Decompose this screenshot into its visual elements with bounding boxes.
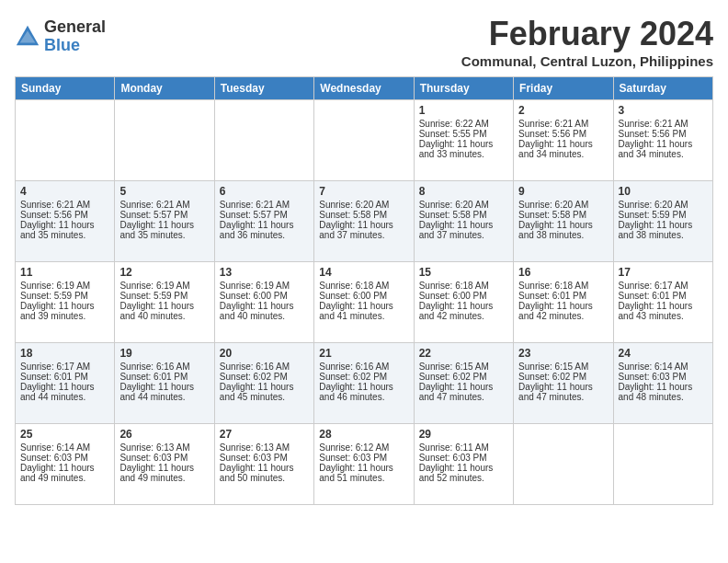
daylight-text: Daylight: 11 hours and 41 minutes. xyxy=(319,301,408,321)
week-row-1: 1Sunrise: 6:22 AMSunset: 5:55 PMDaylight… xyxy=(16,100,713,181)
sunrise-text: Sunrise: 6:12 AM xyxy=(319,442,408,453)
header-thursday: Thursday xyxy=(414,77,513,100)
day-number: 26 xyxy=(119,428,209,441)
calendar-cell: 23Sunrise: 6:15 AMSunset: 6:02 PMDayligh… xyxy=(514,343,613,424)
day-number: 6 xyxy=(220,185,309,198)
week-row-2: 4Sunrise: 6:21 AMSunset: 5:56 PMDaylight… xyxy=(16,181,713,262)
day-number: 18 xyxy=(20,347,109,360)
calendar-cell: 17Sunrise: 6:17 AMSunset: 6:01 PMDayligh… xyxy=(613,262,712,343)
day-number: 9 xyxy=(518,185,608,198)
calendar-cell xyxy=(314,100,414,181)
calendar-cell: 28Sunrise: 6:12 AMSunset: 6:03 PMDayligh… xyxy=(314,424,414,505)
logo-icon xyxy=(15,24,40,50)
sunset-text: Sunset: 5:59 PM xyxy=(20,291,109,301)
sunrise-text: Sunrise: 6:15 AM xyxy=(518,362,608,372)
daylight-text: Daylight: 11 hours and 51 minutes. xyxy=(319,463,408,483)
day-number: 28 xyxy=(319,428,408,441)
day-number: 2 xyxy=(518,104,608,117)
sunrise-text: Sunrise: 6:20 AM xyxy=(619,200,708,210)
sunset-text: Sunset: 6:03 PM xyxy=(119,453,209,463)
day-number: 3 xyxy=(619,104,708,117)
month-title: February 2024 xyxy=(461,15,713,53)
daylight-text: Daylight: 11 hours and 43 minutes. xyxy=(619,301,708,321)
sunrise-text: Sunrise: 6:14 AM xyxy=(20,442,109,453)
daylight-text: Daylight: 11 hours and 49 minutes. xyxy=(20,463,109,483)
calendar-cell: 12Sunrise: 6:19 AMSunset: 5:59 PMDayligh… xyxy=(115,262,214,343)
calendar-cell: 5Sunrise: 6:21 AMSunset: 5:57 PMDaylight… xyxy=(115,181,214,262)
daylight-text: Daylight: 11 hours and 47 minutes. xyxy=(419,382,508,402)
header-tuesday: Tuesday xyxy=(214,77,313,100)
sunrise-text: Sunrise: 6:19 AM xyxy=(20,281,109,291)
calendar-cell: 14Sunrise: 6:18 AMSunset: 6:00 PMDayligh… xyxy=(314,262,414,343)
day-number: 8 xyxy=(419,185,508,198)
sunrise-text: Sunrise: 6:17 AM xyxy=(20,362,109,372)
sunset-text: Sunset: 6:00 PM xyxy=(419,291,508,301)
sunrise-text: Sunrise: 6:11 AM xyxy=(419,442,508,453)
daylight-text: Daylight: 11 hours and 34 minutes. xyxy=(619,139,708,159)
sunrise-text: Sunrise: 6:21 AM xyxy=(20,200,109,210)
calendar-cell xyxy=(514,424,613,505)
sunrise-text: Sunrise: 6:18 AM xyxy=(319,281,408,291)
sunrise-text: Sunrise: 6:21 AM xyxy=(619,119,708,129)
calendar-cell: 11Sunrise: 6:19 AMSunset: 5:59 PMDayligh… xyxy=(16,262,115,343)
header-sunday: Sunday xyxy=(16,77,115,100)
title-section: February 2024 Communal, Central Luzon, P… xyxy=(461,15,713,69)
sunrise-text: Sunrise: 6:21 AM xyxy=(220,200,309,210)
daylight-text: Daylight: 11 hours and 40 minutes. xyxy=(119,301,209,321)
calendar-body: 1Sunrise: 6:22 AMSunset: 5:55 PMDaylight… xyxy=(16,100,713,505)
day-number: 27 xyxy=(220,428,309,441)
daylight-text: Daylight: 11 hours and 38 minutes. xyxy=(518,220,608,240)
calendar-cell: 21Sunrise: 6:16 AMSunset: 6:02 PMDayligh… xyxy=(314,343,414,424)
daylight-text: Daylight: 11 hours and 40 minutes. xyxy=(220,301,309,321)
calendar-cell: 1Sunrise: 6:22 AMSunset: 5:55 PMDaylight… xyxy=(414,100,513,181)
daylight-text: Daylight: 11 hours and 45 minutes. xyxy=(220,382,309,402)
sunset-text: Sunset: 6:02 PM xyxy=(319,372,408,382)
sunset-text: Sunset: 6:02 PM xyxy=(220,372,309,382)
sunrise-text: Sunrise: 6:19 AM xyxy=(119,281,209,291)
calendar-cell: 26Sunrise: 6:13 AMSunset: 6:03 PMDayligh… xyxy=(115,424,214,505)
daylight-text: Daylight: 11 hours and 49 minutes. xyxy=(119,463,209,483)
calendar-cell: 13Sunrise: 6:19 AMSunset: 6:00 PMDayligh… xyxy=(214,262,313,343)
sunrise-text: Sunrise: 6:21 AM xyxy=(518,119,608,129)
sunset-text: Sunset: 6:03 PM xyxy=(20,453,109,463)
day-number: 12 xyxy=(119,266,209,279)
day-number: 23 xyxy=(518,347,608,360)
sunset-text: Sunset: 6:02 PM xyxy=(419,372,508,382)
day-number: 21 xyxy=(319,347,408,360)
calendar-cell: 25Sunrise: 6:14 AMSunset: 6:03 PMDayligh… xyxy=(16,424,115,505)
calendar-cell: 27Sunrise: 6:13 AMSunset: 6:03 PMDayligh… xyxy=(214,424,313,505)
day-number: 20 xyxy=(220,347,309,360)
calendar-cell: 8Sunrise: 6:20 AMSunset: 5:58 PMDaylight… xyxy=(414,181,513,262)
calendar-cell: 10Sunrise: 6:20 AMSunset: 5:59 PMDayligh… xyxy=(613,181,712,262)
daylight-text: Daylight: 11 hours and 44 minutes. xyxy=(20,382,109,402)
calendar-header: Sunday Monday Tuesday Wednesday Thursday… xyxy=(16,77,713,100)
daylight-text: Daylight: 11 hours and 37 minutes. xyxy=(319,220,408,240)
daylight-text: Daylight: 11 hours and 52 minutes. xyxy=(419,463,508,483)
sunset-text: Sunset: 5:55 PM xyxy=(419,129,508,139)
sunrise-text: Sunrise: 6:20 AM xyxy=(518,200,608,210)
day-number: 24 xyxy=(619,347,708,360)
calendar-cell: 22Sunrise: 6:15 AMSunset: 6:02 PMDayligh… xyxy=(414,343,513,424)
daylight-text: Daylight: 11 hours and 42 minutes. xyxy=(419,301,508,321)
sunrise-text: Sunrise: 6:14 AM xyxy=(619,362,708,372)
calendar-cell: 3Sunrise: 6:21 AMSunset: 5:56 PMDaylight… xyxy=(613,100,712,181)
daylight-text: Daylight: 11 hours and 34 minutes. xyxy=(518,139,608,159)
calendar-cell: 29Sunrise: 6:11 AMSunset: 6:03 PMDayligh… xyxy=(414,424,513,505)
logo-general: General xyxy=(44,18,106,37)
sunset-text: Sunset: 6:03 PM xyxy=(319,453,408,463)
calendar-cell: 18Sunrise: 6:17 AMSunset: 6:01 PMDayligh… xyxy=(16,343,115,424)
sunset-text: Sunset: 6:03 PM xyxy=(220,453,309,463)
sunset-text: Sunset: 5:56 PM xyxy=(20,210,109,220)
calendar-cell xyxy=(214,100,313,181)
calendar-cell: 19Sunrise: 6:16 AMSunset: 6:01 PMDayligh… xyxy=(115,343,214,424)
sunrise-text: Sunrise: 6:21 AM xyxy=(119,200,209,210)
sunrise-text: Sunrise: 6:18 AM xyxy=(419,281,508,291)
calendar-cell: 16Sunrise: 6:18 AMSunset: 6:01 PMDayligh… xyxy=(514,262,613,343)
daylight-text: Daylight: 11 hours and 38 minutes. xyxy=(619,220,708,240)
calendar-cell: 4Sunrise: 6:21 AMSunset: 5:56 PMDaylight… xyxy=(16,181,115,262)
week-row-4: 18Sunrise: 6:17 AMSunset: 6:01 PMDayligh… xyxy=(16,343,713,424)
daylight-text: Daylight: 11 hours and 36 minutes. xyxy=(220,220,309,240)
sunset-text: Sunset: 6:02 PM xyxy=(518,372,608,382)
sunrise-text: Sunrise: 6:13 AM xyxy=(220,442,309,453)
daylight-text: Daylight: 11 hours and 42 minutes. xyxy=(518,301,608,321)
